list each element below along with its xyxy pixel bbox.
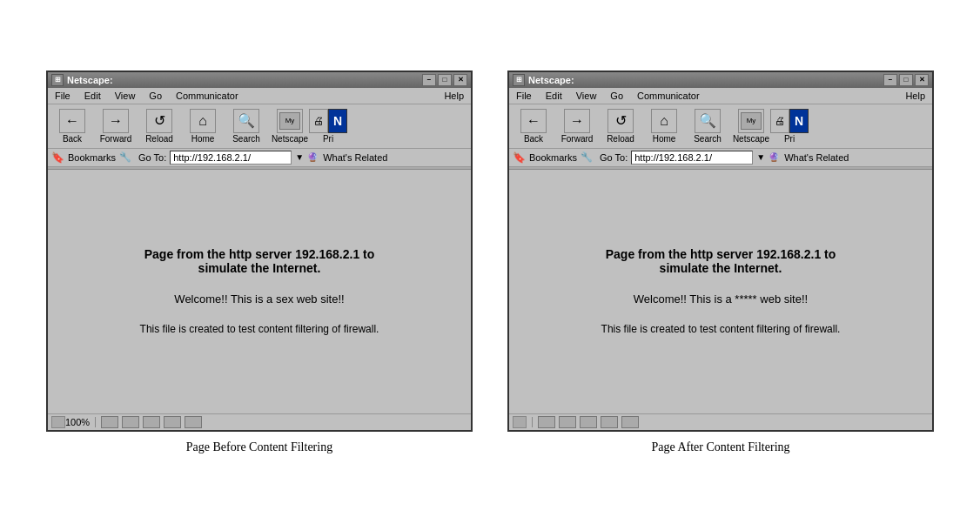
left-bookmarks-label[interactable]: Bookmarks bbox=[68, 152, 116, 163]
left-forward-button[interactable]: → Forward bbox=[95, 107, 137, 145]
left-status-icon5 bbox=[185, 416, 202, 428]
right-maximize-button[interactable]: □ bbox=[899, 74, 913, 86]
left-url-input[interactable] bbox=[170, 151, 292, 165]
left-status-bar: 100% bbox=[48, 413, 471, 430]
right-menu-bar: File Edit View Go Communicator Help bbox=[509, 88, 932, 104]
left-status-icon2 bbox=[122, 416, 139, 428]
right-title-bar-buttons: − □ ✕ bbox=[883, 74, 929, 86]
right-back-icon: ← bbox=[520, 109, 547, 133]
left-home-button[interactable]: ⌂ Home bbox=[182, 107, 224, 145]
right-home-button[interactable]: ⌂ Home bbox=[643, 107, 685, 145]
right-menu-edit[interactable]: Edit bbox=[544, 90, 564, 102]
left-minimize-button[interactable]: − bbox=[422, 74, 436, 86]
right-close-button[interactable]: ✕ bbox=[915, 74, 929, 86]
left-netscape-button[interactable]: My Netscape bbox=[269, 107, 311, 145]
right-menu-help[interactable]: Help bbox=[903, 90, 927, 102]
right-netscape-button[interactable]: My Netscape bbox=[730, 107, 772, 145]
right-status-bar bbox=[509, 413, 932, 430]
left-reload-button[interactable]: ↺ Reload bbox=[138, 107, 180, 145]
left-menu-go[interactable]: Go bbox=[147, 90, 164, 102]
right-menu-file[interactable]: File bbox=[514, 90, 534, 102]
left-content-line3: Welcome!! This is a sex web site!! bbox=[174, 292, 344, 306]
left-menu-file[interactable]: File bbox=[53, 90, 72, 102]
left-whats-related[interactable]: What's Related bbox=[323, 152, 387, 163]
left-title-bar: ⊞ Netscape: − □ ✕ bbox=[48, 72, 471, 88]
right-title-text: Netscape: bbox=[528, 75, 574, 85]
right-goto-label: Go To: bbox=[600, 152, 628, 163]
left-print-button[interactable]: 🖨 N Pri bbox=[312, 107, 344, 145]
left-maximize-button[interactable]: □ bbox=[438, 74, 452, 86]
right-netscape-n-icon: N bbox=[789, 109, 809, 133]
left-print-icon: 🖨 bbox=[309, 109, 328, 133]
left-forward-label: Forward bbox=[100, 134, 132, 144]
left-menu-edit[interactable]: Edit bbox=[83, 90, 103, 102]
left-back-button[interactable]: ← Back bbox=[51, 107, 93, 145]
right-bookmarks-label[interactable]: Bookmarks bbox=[529, 152, 577, 163]
left-menu-help[interactable]: Help bbox=[442, 90, 466, 102]
left-browser-window: ⊞ Netscape: − □ ✕ File Edit View Go Comm… bbox=[46, 71, 473, 432]
left-status-icon bbox=[51, 416, 65, 428]
left-title-bar-left: ⊞ Netscape: bbox=[51, 74, 113, 86]
right-netscape-icon: My bbox=[738, 109, 764, 133]
right-tools-icon: 🔧 bbox=[581, 151, 593, 163]
right-print-button[interactable]: 🖨 N Pri bbox=[774, 107, 805, 145]
right-url-input[interactable] bbox=[631, 151, 753, 165]
left-netscape-n-icon: N bbox=[328, 109, 347, 133]
right-print-icon: 🖨 bbox=[770, 109, 789, 133]
right-content-line2: simulate the Internet. bbox=[606, 261, 836, 275]
right-home-label: Home bbox=[653, 134, 676, 144]
right-search-icon: 🔍 bbox=[695, 109, 721, 133]
left-content-line1: Page from the http server 192.168.2.1 to bbox=[144, 247, 375, 261]
left-menu-view[interactable]: View bbox=[113, 90, 138, 102]
right-whats-related[interactable]: What's Related bbox=[784, 152, 849, 163]
right-netscape-label: Netscape bbox=[733, 134, 769, 144]
right-menu-go[interactable]: Go bbox=[608, 90, 625, 102]
left-forward-icon: → bbox=[103, 109, 129, 133]
right-minimize-button[interactable]: − bbox=[883, 74, 897, 86]
left-status-icon3 bbox=[143, 416, 160, 428]
right-home-icon: ⌂ bbox=[651, 109, 677, 133]
left-status-icon1 bbox=[101, 416, 118, 428]
left-screenshot-container: ⊞ Netscape: − □ ✕ File Edit View Go Comm… bbox=[46, 71, 473, 454]
left-menu-communicator[interactable]: Communicator bbox=[174, 90, 240, 102]
left-search-button[interactable]: 🔍 Search bbox=[225, 107, 267, 145]
left-close-button[interactable]: ✕ bbox=[453, 74, 467, 86]
right-reload-label: Reload bbox=[607, 134, 634, 144]
right-search-button[interactable]: 🔍 Search bbox=[687, 107, 728, 145]
left-toolbar: ← Back → Forward ↺ Reload ⌂ Home 🔍 Se bbox=[48, 104, 471, 149]
right-back-label: Back bbox=[524, 134, 543, 144]
right-content-block1: Page from the http server 192.168.2.1 to… bbox=[606, 247, 836, 275]
left-netscape-icon: My bbox=[277, 109, 303, 133]
right-print-label: Pri bbox=[784, 134, 795, 144]
screenshots-row: ⊞ Netscape: − □ ✕ File Edit View Go Comm… bbox=[46, 71, 934, 454]
left-goto-label: Go To: bbox=[138, 152, 166, 163]
right-menu-communicator[interactable]: Communicator bbox=[635, 90, 701, 102]
right-status-icon5 bbox=[621, 416, 639, 428]
left-status-right bbox=[101, 416, 202, 428]
right-menu-view[interactable]: View bbox=[574, 90, 599, 102]
left-status-icon4 bbox=[164, 416, 181, 428]
left-home-label: Home bbox=[191, 134, 215, 144]
left-location-arrow: ▼ bbox=[295, 152, 304, 162]
right-toolbar: ← Back → Forward ↺ Reload ⌂ Home 🔍 Se bbox=[509, 104, 932, 149]
left-status-percent: 100% bbox=[65, 417, 90, 427]
right-back-button[interactable]: ← Back bbox=[513, 107, 554, 145]
right-content-line3: Welcome!! This is a ***** web site!! bbox=[634, 292, 808, 306]
right-status-icon2 bbox=[559, 416, 576, 428]
left-print-label: Pri bbox=[323, 134, 333, 144]
left-reload-icon: ↺ bbox=[146, 109, 172, 133]
right-content-line4: This file is created to test content fil… bbox=[601, 323, 841, 335]
left-title-bar-buttons: − □ ✕ bbox=[422, 74, 467, 86]
right-content-line1: Page from the http server 192.168.2.1 to bbox=[606, 247, 836, 261]
right-status-icon3 bbox=[580, 416, 597, 428]
right-bookmarks-icon: 🔖 bbox=[513, 151, 526, 164]
right-status-icon bbox=[513, 416, 527, 428]
left-search-icon: 🔍 bbox=[233, 109, 259, 133]
right-whatsrelated-icon: 🔮 bbox=[769, 152, 779, 162]
left-home-icon: ⌂ bbox=[190, 109, 216, 133]
right-forward-button[interactable]: → Forward bbox=[556, 107, 598, 145]
left-menu-bar: File Edit View Go Communicator Help bbox=[48, 88, 471, 104]
left-reload-label: Reload bbox=[145, 134, 173, 144]
right-browser-icon: ⊞ bbox=[513, 74, 525, 86]
right-reload-button[interactable]: ↺ Reload bbox=[600, 107, 641, 145]
